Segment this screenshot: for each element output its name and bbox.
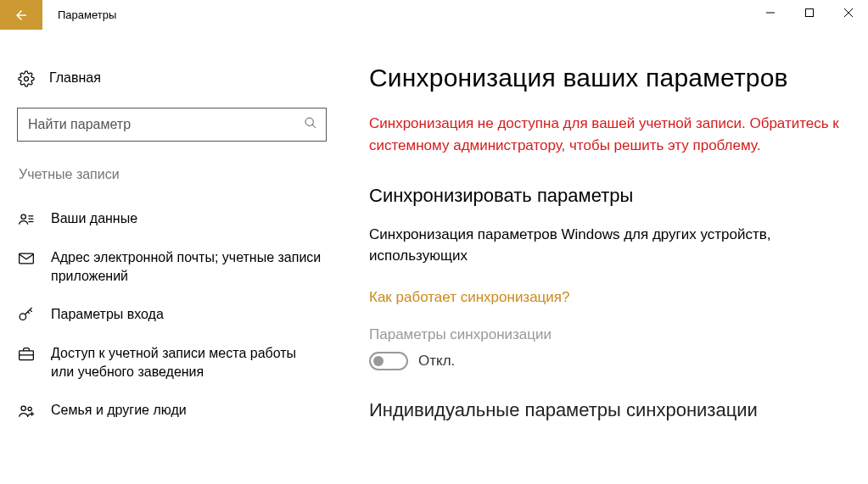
how-sync-works-link[interactable]: Как работает синхронизация? xyxy=(369,289,570,306)
svg-point-5 xyxy=(305,118,313,125)
category-header: Учетные записи xyxy=(17,167,344,182)
person-card-icon xyxy=(17,209,36,228)
minimize-button[interactable] xyxy=(751,0,790,25)
sidebar-item-label: Адрес электронной почты; учетные записи … xyxy=(51,248,322,285)
sidebar-item-email-accounts[interactable]: Адрес электронной почты; учетные записи … xyxy=(17,238,344,295)
sync-toggle[interactable] xyxy=(369,352,408,370)
svg-rect-11 xyxy=(20,253,34,264)
gear-icon xyxy=(17,69,36,87)
individual-sync-heading: Индивидуальные параметры синхронизации xyxy=(369,399,843,421)
sidebar-item-label: Доступ к учетной записи места работы или… xyxy=(51,344,322,381)
error-message: Синхронизация не доступна для вашей учет… xyxy=(369,113,840,158)
sidebar-item-signin-options[interactable]: Параметры входа xyxy=(17,295,344,334)
svg-rect-1 xyxy=(806,9,814,17)
maximize-icon xyxy=(804,8,815,18)
sidebar-item-your-info[interactable]: Ваши данные xyxy=(17,199,344,238)
home-link[interactable]: Главная xyxy=(17,64,344,92)
svg-line-6 xyxy=(312,125,316,128)
mail-icon xyxy=(17,248,36,267)
key-icon xyxy=(17,305,36,324)
back-button[interactable] xyxy=(0,0,42,30)
svg-line-15 xyxy=(28,312,30,314)
svg-point-19 xyxy=(28,408,31,411)
section-heading: Синхронизировать параметры xyxy=(369,185,843,207)
arrow-left-icon xyxy=(14,8,29,23)
toggle-knob xyxy=(373,356,384,366)
svg-point-4 xyxy=(25,77,29,81)
section-description: Синхронизация параметров Windows для дру… xyxy=(369,224,840,267)
people-icon xyxy=(17,401,36,420)
maximize-button[interactable] xyxy=(790,0,829,25)
svg-point-18 xyxy=(21,406,25,410)
search-icon xyxy=(304,116,317,133)
main-panel: Синхронизация ваших параметров Синхрониз… xyxy=(344,30,868,484)
minimize-icon xyxy=(765,8,776,18)
toggle-state-label: Откл. xyxy=(418,353,455,370)
titlebar: Параметры xyxy=(0,0,868,30)
window-controls xyxy=(751,0,868,30)
sidebar-item-family[interactable]: Семья и другие люди xyxy=(17,391,344,430)
svg-line-14 xyxy=(30,310,31,313)
sidebar-item-label: Параметры входа xyxy=(51,305,164,324)
sidebar-item-label: Семья и другие люди xyxy=(51,401,187,420)
window-title: Параметры xyxy=(42,8,116,21)
sidebar-item-work-access[interactable]: Доступ к учетной записи места работы или… xyxy=(17,334,344,391)
close-button[interactable] xyxy=(829,0,868,25)
search-input[interactable] xyxy=(28,117,304,132)
page-heading: Синхронизация ваших параметров xyxy=(369,64,843,92)
svg-point-12 xyxy=(20,314,25,320)
sidebar-item-label: Ваши данные xyxy=(51,209,137,228)
search-box[interactable] xyxy=(17,108,327,142)
sidebar: Главная Учетные записи Ваши данные Адрес… xyxy=(0,30,344,484)
close-icon xyxy=(843,8,854,18)
home-label: Главная xyxy=(49,70,101,86)
briefcase-icon xyxy=(17,344,36,363)
sync-settings-label: Параметры синхронизации xyxy=(369,326,843,343)
svg-point-7 xyxy=(21,214,25,219)
